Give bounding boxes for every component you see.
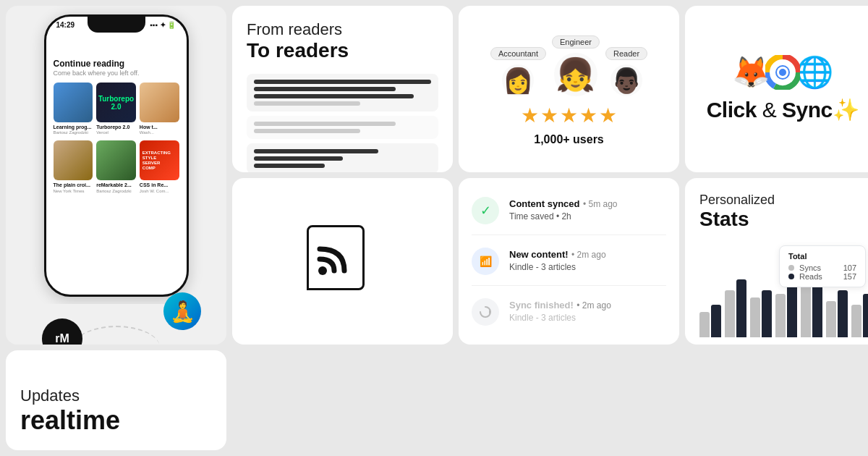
bar-dark-0 [711, 305, 721, 337]
tooltip-syncs-value: 107 [843, 263, 856, 272]
notif-new-desc: Kindle - 3 articles [509, 262, 606, 272]
chart-tooltip: Total Syncs 107 Reads 157 [779, 245, 866, 287]
amp-part: & [757, 98, 782, 122]
avatar-engineer: Engineer 👧 [552, 35, 600, 98]
card-title-4: The plain croi... [54, 182, 93, 188]
phone-content: Continue reading Come back where you lef… [46, 33, 187, 199]
rss-icon-container [307, 225, 379, 297]
syncs-dot [788, 265, 794, 271]
tagline-to: To readers [247, 39, 438, 62]
updates-title-sm: Updates [20, 387, 212, 405]
card-title-2: Turborepo 2.0 [96, 124, 136, 130]
dashed-arc [73, 326, 160, 345]
reader-label: Reader [605, 47, 647, 60]
bar-dark-2 [762, 290, 772, 337]
engineer-label: Engineer [552, 35, 600, 48]
notif-new-content-wrap: New content! • 2m ago Kindle - 3 article… [509, 248, 606, 272]
continue-reading-subtitle: Come back where you left off. [54, 69, 179, 77]
card-phone: 14:29 ▪▪▪ ✦ 🔋 Continue reading Come back… [6, 6, 226, 345]
notif-new-icon: 📶 [472, 248, 499, 275]
card-author-5: Bartosz Zagrodzki [96, 189, 136, 193]
sync-finished-svg [478, 305, 493, 319]
stars-row: ★ ★ ★ ★ ★ [521, 104, 617, 127]
card-title-5: reMarkable 2... [96, 182, 136, 188]
tooltip-title: Total [788, 252, 856, 261]
star-3: ★ [560, 104, 578, 127]
phone-mockup: 14:29 ▪▪▪ ✦ 🔋 Continue reading Come back… [44, 14, 189, 297]
bar-group-1 [725, 279, 746, 337]
notif-finished-desc: Kindle - 3 articles [509, 313, 611, 323]
bar-dark-5 [838, 290, 848, 337]
card-users: Accountant 👩 Engineer 👧 Reader 👨🏿 ★ ★ ★ … [459, 6, 679, 172]
thumb-1 [54, 83, 93, 122]
firefox-icon: 🦊 [732, 54, 770, 91]
thumb-2: Turborepo2.0 [96, 83, 136, 122]
notif-new-title-text: New content! [509, 249, 569, 260]
bottom-logos: rM 🧘 [6, 304, 226, 345]
phone-cards-row-2: The plain croi... New York Times reMarka… [54, 140, 179, 193]
bar-light-6 [851, 305, 861, 337]
accountant-label: Accountant [490, 47, 546, 60]
bar-group-5 [826, 290, 848, 337]
click-sync-title: Click & Sync✨ [707, 97, 859, 122]
rss-svg [314, 236, 357, 279]
star-1: ★ [521, 104, 539, 127]
tooltip-reads-value: 157 [843, 272, 856, 281]
phone-notch [88, 17, 145, 33]
star-5: ★ [599, 104, 617, 127]
notif-finished-icon [472, 298, 499, 326]
card-rss [232, 178, 453, 345]
users-count: 1,000+ users [534, 133, 604, 146]
phone-cards-row-1: Learning prog... Bartosz Zagrodzki Turbo… [54, 83, 179, 135]
card-title-6: CSS in Re... [140, 182, 179, 188]
card-author-2: Vercel [96, 130, 136, 135]
thumb-5 [96, 140, 136, 180]
tooltip-reads-label: Reads [788, 272, 822, 281]
notif-synced-title-text: Content synced [509, 198, 580, 209]
reader-logo: 🧘 [163, 292, 201, 330]
bar-light-1 [725, 290, 735, 337]
card-author-6: Josh W. Com... [140, 189, 179, 193]
card-title-1: Learning prog... [54, 124, 93, 130]
card-author-1: Bartosz Zagrodzki [54, 130, 93, 135]
thumb-4 [54, 140, 93, 180]
thumb-3 [140, 83, 179, 122]
phone-card-4: The plain croi... New York Times [54, 140, 93, 193]
phone-card-2: Turborepo2.0 Turborepo 2.0 Vercel [96, 83, 136, 135]
avatar-accountant-emoji: 👩 [501, 63, 535, 98]
notif-finished-title: Sync finished! • 2m ago [509, 298, 611, 311]
bar-light-2 [750, 297, 760, 337]
card-notifications: ✓ Content synced • 5m ago Time saved • 2… [459, 178, 679, 345]
updates-title-lg: realtime [20, 405, 212, 436]
rss-page-icon [307, 225, 365, 290]
card-tagline: From readers To readers [232, 6, 453, 172]
avatar-reader: Reader 👨🏿 [605, 47, 647, 98]
reads-dot [788, 274, 794, 279]
card-author-4: New York Times [54, 189, 93, 193]
bar-light-0 [699, 312, 710, 337]
sync-part: Sync✨ [782, 98, 859, 122]
tooltip-syncs: Syncs 107 [788, 263, 856, 272]
notif-new-title: New content! • 2m ago [509, 248, 606, 261]
phone-card-1: Learning prog... Bartosz Zagrodzki [54, 83, 93, 135]
phone-card-6: EXTRACTINGSTYLESERVERCOMP CSS in Re... J… [140, 140, 179, 193]
bar-dark-6 [863, 294, 868, 337]
star-2: ★ [540, 104, 558, 127]
star-4: ★ [579, 104, 597, 127]
card-title-3: How t... [140, 124, 179, 130]
stats-title-sm: Personalized [699, 193, 866, 208]
card-author-3: Wash... [140, 130, 179, 135]
avatar-reader-emoji: 👨🏿 [609, 63, 644, 98]
notif-new-content: 📶 New content! • 2m ago Kindle - 3 artic… [472, 248, 666, 286]
bar-light-3 [775, 294, 786, 337]
stats-title-lg: Stats [699, 208, 866, 231]
notif-finished-time: • 2m ago [576, 300, 611, 311]
phone-card-5: reMarkable 2... Bartosz Zagrodzki [96, 140, 136, 193]
notif-new-time: • 2m ago [571, 250, 606, 260]
notif-finished-title-text: Sync finished! [509, 300, 574, 311]
browser-icons: 🦊 🌐 [735, 56, 830, 88]
avatar-accountant: Accountant 👩 [490, 47, 546, 98]
thumb-6: EXTRACTINGSTYLESERVERCOMP [140, 140, 179, 180]
clock: 14:29 [56, 21, 75, 29]
notif-synced-title: Content synced • 5m ago [509, 197, 618, 210]
